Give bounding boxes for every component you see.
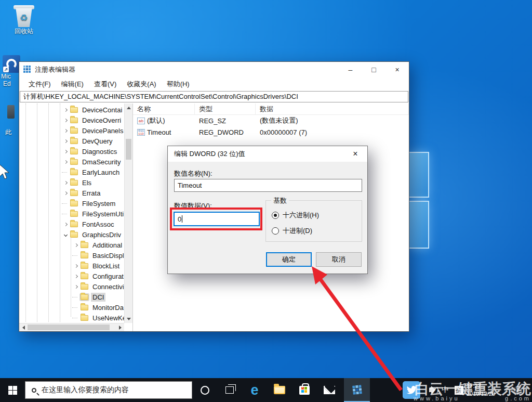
tree-item[interactable]: BasicDispl (19, 250, 124, 261)
recycle-bin-icon: ♻ (14, 4, 34, 27)
tree-item[interactable]: DmaSecurity (19, 157, 124, 167)
chevron-right-icon[interactable] (62, 221, 69, 228)
value-row-timeout[interactable]: 011110Timeout REG_DWORD 0x00000007 (7) (133, 126, 409, 138)
tree-item[interactable]: EarlyLaunch (19, 167, 124, 177)
value-name: (默认) (147, 116, 165, 125)
dialog-titlebar[interactable]: 编辑 DWORD (32 位)值 × (168, 146, 367, 162)
ok-button[interactable]: 确定 (266, 252, 312, 267)
regedit-taskbar-button-active[interactable] (344, 378, 370, 402)
folder-icon (70, 159, 78, 165)
chevron-right-icon[interactable] (62, 158, 69, 165)
tree-item[interactable]: DevQuery (19, 136, 124, 146)
taskbar-search-box[interactable]: 在这里输入你要搜索的内容 (25, 381, 192, 399)
minimize-button[interactable]: – (339, 62, 362, 77)
tree-item[interactable]: Configurat (19, 271, 124, 281)
tree-item[interactable]: Additional (19, 240, 124, 250)
chevron-right-icon[interactable] (62, 189, 69, 197)
maximize-button[interactable]: □ (362, 62, 385, 77)
value-data-input[interactable]: 0 (174, 212, 260, 226)
value-row-default[interactable]: ab(默认) REG_SZ (数值未设置) (133, 115, 409, 126)
tree-item-label: Diagnostics (81, 147, 118, 156)
chevron-right-icon[interactable] (72, 262, 79, 269)
column-header-type[interactable]: 类型 (195, 103, 256, 114)
tree-item[interactable]: Els (19, 177, 124, 188)
tree-item-label: DeviceOverri (81, 116, 123, 125)
chevron-right-icon[interactable] (62, 127, 69, 134)
start-button[interactable] (0, 378, 25, 402)
tree-item[interactable]: FileSystem (19, 198, 124, 209)
edit-dword-dialog: 编辑 DWORD (32 位)值 × 数值名称(N): Timeout 数值数据… (167, 146, 368, 274)
tree-item[interactable]: DevicePanels (19, 125, 124, 136)
language-indicator[interactable]: 中 (438, 378, 452, 402)
menu-view[interactable]: 查看(V) (90, 78, 121, 90)
scroll-down-icon[interactable] (125, 315, 133, 323)
tree-item[interactable]: FileSystemUti (19, 209, 124, 219)
folder-icon (81, 253, 88, 258)
ime-indicator[interactable]: 拼 (452, 378, 466, 402)
desktop-icon-recycle-bin[interactable]: ♻ 回收站 (5, 4, 43, 36)
close-button[interactable]: × (385, 62, 409, 77)
value-name-input[interactable]: Timeout (174, 179, 362, 192)
tree-item-label: Additional (91, 241, 124, 250)
chevron-right-icon[interactable] (62, 148, 69, 155)
taskbar-clock[interactable]: 17:27 2019/12/20 (466, 378, 506, 402)
tree-horizontal-scrollbar[interactable] (19, 323, 124, 331)
tree-vertical-scrollbar[interactable] (124, 103, 132, 323)
chevron-right-icon[interactable] (72, 241, 79, 249)
radio-selected-icon[interactable] (272, 212, 279, 219)
twitter-tray-icon[interactable] (400, 378, 423, 402)
chevron-right-icon[interactable] (62, 106, 69, 113)
dialog-close-icon[interactable]: × (343, 146, 367, 162)
chevron-right-icon[interactable] (72, 273, 79, 280)
menu-help[interactable]: 帮助(H) (163, 78, 194, 90)
column-header-data[interactable]: 数据 (256, 103, 409, 114)
file-explorer-button[interactable] (268, 378, 291, 402)
chevron-right-icon[interactable] (62, 179, 69, 186)
tree-item[interactable]: Connectivi (19, 281, 124, 292)
address-bar[interactable]: 计算机\HKEY_LOCAL_MACHINE\SYSTEM\CurrentCon… (20, 91, 408, 102)
folder-icon (81, 294, 88, 300)
tree-item-graphicsdrivers[interactable]: GraphicsDriv (19, 229, 124, 240)
task-view-button[interactable] (218, 378, 241, 402)
tree-item-label: DevicePanels (81, 126, 125, 135)
value-data: 0x00000007 (7) (256, 128, 409, 136)
menu-file[interactable]: 文件(F) (24, 78, 55, 90)
scroll-right-icon[interactable] (116, 323, 124, 331)
menu-edit[interactable]: 编辑(E) (57, 78, 88, 90)
chevron-right-icon[interactable] (62, 137, 69, 145)
radio-decimal[interactable]: 十进制(D) (272, 226, 312, 236)
radio-unselected-icon[interactable] (272, 227, 279, 235)
scroll-up-icon[interactable] (125, 103, 133, 112)
mail-button[interactable] (318, 378, 341, 402)
clock-time: 17:27 (467, 382, 481, 390)
folder-icon (70, 149, 78, 154)
tree-item-label: UseNewKe (91, 314, 128, 322)
chevron-right-icon[interactable] (62, 116, 69, 124)
tree-item[interactable]: FontAssoc (19, 219, 124, 229)
tree-item[interactable]: DeviceContai (19, 105, 124, 115)
radio-hex-label: 十六进制(H) (283, 211, 319, 220)
tree-item[interactable]: BlockList (19, 261, 124, 271)
volume-tray-icon[interactable] (424, 378, 438, 402)
tree-item[interactable]: DeviceOverri (19, 115, 124, 125)
scrollbar-thumb[interactable] (28, 325, 110, 330)
tree-item[interactable]: UseNewKe (19, 313, 124, 323)
column-header-name[interactable]: 名称 (133, 103, 195, 114)
tree-item[interactable]: Errata (19, 188, 124, 198)
cortana-button[interactable] (193, 378, 216, 402)
window-titlebar[interactable]: 注册表编辑器 – □ × (19, 62, 409, 77)
menu-favorites[interactable]: 收藏夹(A) (123, 78, 160, 90)
cancel-button[interactable]: 取消 (316, 252, 362, 267)
scroll-left-icon[interactable] (19, 323, 28, 331)
edge-taskbar-button[interactable]: e (243, 378, 266, 402)
tree-item[interactable]: Diagnostics (19, 146, 124, 157)
folder-icon (70, 107, 78, 113)
radio-hexadecimal[interactable]: 十六进制(H) (272, 211, 319, 220)
chevron-right-icon[interactable] (72, 283, 79, 290)
chevron-down-icon[interactable] (62, 231, 69, 238)
store-button[interactable] (293, 378, 316, 402)
action-center-button[interactable]: 1 (507, 378, 528, 402)
tree-item[interactable]: MonitorDa (19, 302, 124, 313)
scrollbar-thumb[interactable] (126, 139, 131, 160)
tree-item-dci-selected[interactable]: DCI (19, 292, 124, 302)
